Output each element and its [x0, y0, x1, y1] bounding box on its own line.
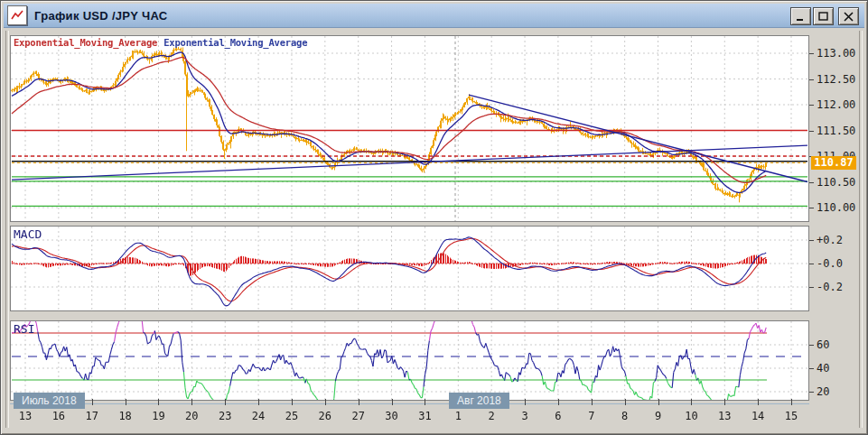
rsi-panel [10, 320, 809, 401]
price-axis-label: 110.50 [817, 176, 855, 189]
date-axis-tick [558, 399, 559, 405]
date-axis-label: 6 [555, 410, 561, 422]
date-axis-tick [158, 399, 159, 405]
date-axis-label: 10 [685, 410, 697, 422]
date-axis-tick [292, 399, 293, 405]
macd-label: MACD [14, 227, 42, 241]
date-axis-tick [425, 399, 425, 405]
price-axis-tick [809, 105, 814, 106]
month-badge-august: Авг 2018 [449, 393, 509, 409]
date-axis-tick [625, 399, 626, 405]
ema-slow-legend: Exponential_Moving_Average [163, 37, 307, 48]
rsi-axis-label: 40 [817, 362, 829, 375]
date-axis-label: 17 [86, 410, 98, 422]
date-axis-tick [258, 399, 259, 405]
date-axis-label: 7 [588, 410, 594, 422]
date-axis-tick [325, 399, 326, 405]
date-axis-tick [525, 399, 526, 405]
minimize-button[interactable] [790, 7, 811, 25]
date-axis-label: 23 [219, 410, 231, 422]
rsi-axis-label: 20 [817, 385, 829, 398]
macd-panel [10, 226, 809, 311]
price-axis-tick [809, 208, 814, 208]
date-axis-tick [691, 399, 692, 405]
date-axis-label: 30 [385, 410, 397, 422]
date-axis-tick [724, 399, 725, 405]
indicator-legend: Exponential_Moving_AverageExponential_Mo… [14, 37, 307, 48]
rsi-canvas[interactable] [11, 321, 808, 400]
macd-axis-tick [809, 287, 814, 288]
date-axis-tick [359, 399, 359, 405]
close-icon [844, 12, 854, 22]
date-axis-label: 16 [52, 410, 65, 422]
ema-fast-legend: Exponential_Moving_Average [14, 37, 157, 48]
rsi-axis-label: 60 [817, 338, 829, 351]
date-axis-label: 2 [489, 410, 495, 422]
current-price-tag: 110.87 [811, 156, 856, 170]
close-button[interactable] [838, 7, 859, 25]
date-axis-label: 8 [621, 410, 628, 422]
window-title: График USD /JPY ЧАС [34, 9, 167, 23]
maximize-button[interactable] [813, 7, 834, 25]
rsi-axis-tick [809, 392, 814, 393]
right-frame-groove [859, 31, 863, 428]
price-axis-label: 112.50 [817, 73, 855, 86]
date-axis-label: 1 [455, 410, 462, 422]
date-axis-label: 15 [785, 410, 798, 422]
date-axis-tick [225, 399, 226, 405]
date-axis-tick [191, 399, 192, 405]
date-axis-label: 14 [751, 410, 764, 422]
macd-canvas[interactable] [11, 227, 808, 310]
date-axis-tick [92, 399, 93, 405]
chart-window-icon[interactable] [7, 5, 27, 25]
date-axis-tick [791, 399, 792, 405]
date-axis-label: 9 [655, 410, 661, 422]
macd-axis-label: -0.2 [817, 281, 843, 293]
main-chart-panel [10, 35, 809, 222]
price-axis-tick [809, 131, 814, 132]
price-axis-tick [809, 53, 814, 54]
rsi-label: RSI [14, 322, 34, 336]
date-axis-label: 24 [252, 410, 265, 422]
title-bar[interactable]: График USD /JPY ЧАС [4, 4, 864, 28]
date-axis-tick [758, 399, 759, 405]
chart-window: График USD /JPY ЧАС [0, 0, 868, 435]
price-axis-label: 112.00 [817, 98, 855, 111]
chart-icon [11, 9, 23, 22]
date-axis-label: 25 [285, 410, 298, 422]
macd-axis-tick [809, 240, 814, 241]
date-axis-label: 3 [521, 410, 527, 422]
date-axis-label: 18 [118, 410, 131, 422]
main-chart-canvas[interactable] [11, 36, 808, 221]
price-axis-tick [809, 182, 814, 183]
date-axis-label: 13 [19, 410, 32, 422]
date-axis-label: 19 [152, 410, 164, 422]
macd-axis-label: -0.0 [817, 257, 843, 270]
date-axis-tick [658, 399, 659, 405]
date-axis-label: 13 [718, 410, 731, 422]
price-axis-tick [809, 79, 814, 80]
macd-axis-label: +0.2 [817, 234, 843, 246]
maximize-icon [818, 12, 828, 22]
month-badge-july: Июль 2018 [14, 393, 85, 409]
price-axis-label: 110.00 [817, 201, 855, 214]
rsi-axis-tick [809, 345, 814, 346]
price-axis-label: 111.50 [817, 125, 855, 137]
date-axis-label: 20 [185, 410, 198, 422]
date-axis-tick [392, 399, 393, 405]
macd-axis-tick [809, 264, 814, 264]
date-axis-tick [126, 399, 126, 405]
date-axis-label: 31 [418, 410, 431, 422]
price-axis-label: 113.00 [817, 47, 855, 60]
date-axis-label: 27 [351, 410, 364, 422]
rsi-axis-tick [809, 368, 814, 369]
date-axis-label: 26 [319, 410, 331, 422]
time-axis-line [10, 403, 809, 404]
date-axis-tick [592, 399, 593, 405]
left-frame-groove [5, 31, 9, 428]
minimize-icon [796, 12, 806, 22]
